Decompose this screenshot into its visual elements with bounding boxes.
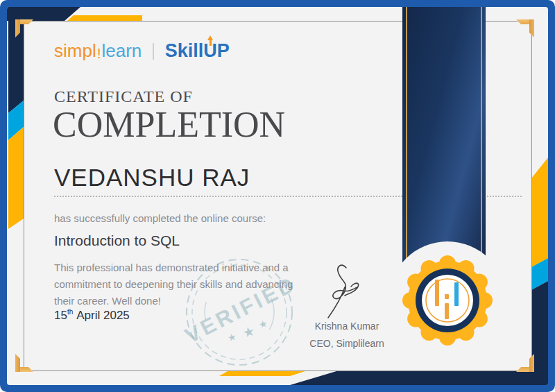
logo-p-text: P bbox=[217, 40, 230, 61]
logo-separator: ! bbox=[97, 45, 101, 62]
completion-date: 15thApril 2025 bbox=[54, 308, 130, 323]
logo-u-with-arrow: U bbox=[203, 40, 217, 62]
ribbon-pinstripe-right bbox=[481, 7, 482, 274]
gold-corner-bracket-bottom-right bbox=[516, 354, 534, 372]
signer-name: Krishna Kumar bbox=[295, 321, 399, 332]
gold-corner-bracket-top-left bbox=[15, 19, 33, 37]
description-text: This professional has demonstrated initi… bbox=[54, 259, 293, 309]
gold-corner-bracket-bottom-left bbox=[15, 354, 33, 372]
badge-mark-dot bbox=[445, 294, 449, 299]
date-ordinal: th bbox=[67, 308, 73, 316]
up-arrow-icon bbox=[207, 35, 213, 40]
certificate-page: VERIFIED ★ ★ ★ simpl!learn SkillUP CERTI… bbox=[0, 0, 555, 392]
course-name: Introduction to SQL bbox=[54, 232, 180, 249]
badge-mark-bar-left bbox=[435, 280, 439, 306]
recipient-name: VEDANSHU RAJ bbox=[54, 164, 250, 191]
logo-skillup: SkillUP bbox=[165, 40, 230, 61]
signature-scribble bbox=[305, 261, 388, 323]
badge-mark-bar-right bbox=[454, 282, 459, 306]
date-day: 15 bbox=[54, 309, 67, 322]
completion-text: has successfully completed the online co… bbox=[54, 212, 266, 224]
simplilearn-skillup-logo: simpl!learn SkillUP bbox=[54, 40, 230, 62]
gold-corner-bracket-top-right bbox=[516, 19, 534, 37]
certificate-of-heading: CERTIFICATE OF bbox=[54, 87, 193, 106]
completion-heading: COMPLETION bbox=[53, 107, 285, 143]
badge-mark-bar-middle bbox=[445, 303, 449, 319]
logo-learn: learn bbox=[102, 40, 142, 61]
logo-skill-text: Skill bbox=[165, 40, 204, 61]
ribbon-pinstripe-left bbox=[406, 7, 407, 274]
ribbon bbox=[402, 7, 486, 274]
certificate-inner: VERIFIED ★ ★ ★ simpl!learn SkillUP CERTI… bbox=[7, 7, 548, 385]
signer-title: CEO, Simplilearn bbox=[295, 338, 399, 349]
logo-simpl: simpl bbox=[54, 40, 96, 61]
logo-divider bbox=[153, 43, 154, 60]
date-month-year: April 2025 bbox=[76, 309, 130, 322]
medal-badge bbox=[399, 252, 496, 349]
